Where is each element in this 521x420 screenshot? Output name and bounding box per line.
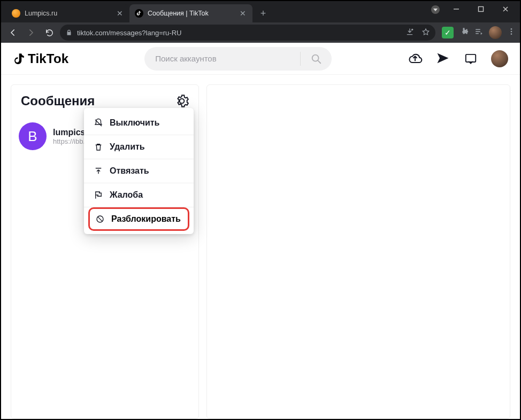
tab-title: Сообщения | TikTok: [148, 10, 234, 17]
close-window-button[interactable]: [493, 1, 518, 17]
maximize-button[interactable]: [469, 1, 493, 17]
window-controls: [444, 1, 518, 17]
svg-point-7: [511, 33, 512, 35]
bookmark-star-icon[interactable]: [422, 28, 430, 38]
address-bar[interactable]: tiktok.com/messages?lang=ru-RU: [60, 25, 435, 41]
new-tab-button[interactable]: +: [256, 6, 271, 21]
sidebar-title: Сообщения: [21, 94, 95, 108]
media-control-icon[interactable]: [474, 27, 484, 38]
menu-report[interactable]: Жалоба: [84, 183, 194, 207]
svg-point-4: [411, 28, 413, 30]
page-content: TikTok Сообщения: [1, 43, 520, 419]
menu-mute[interactable]: Выключить: [84, 111, 194, 135]
tab-title: Lumpics.ru: [25, 10, 111, 17]
forward-button[interactable]: [24, 25, 39, 40]
search-divider: [300, 52, 301, 66]
svg-point-8: [312, 55, 319, 61]
conversation-main-panel: [206, 84, 510, 419]
tiktok-logo[interactable]: TikTok: [13, 51, 68, 66]
account-indicator-icon[interactable]: [431, 5, 440, 14]
search-button[interactable]: [304, 47, 328, 71]
browser-menu-icon[interactable]: [507, 27, 516, 38]
svg-point-6: [511, 31, 512, 33]
menu-report-label: Жалоба: [110, 190, 143, 200]
browser-titlebar: Lumpics.ru ✕ Сообщения | TikTok ✕ +: [1, 1, 520, 22]
upload-icon[interactable]: [408, 51, 423, 66]
browser-tab-tiktok[interactable]: Сообщения | TikTok ✕: [129, 4, 252, 22]
messages-icon[interactable]: [435, 51, 450, 66]
lumpics-favicon: [12, 9, 20, 18]
svg-rect-10: [466, 54, 476, 61]
user-avatar[interactable]: [491, 50, 508, 67]
back-button[interactable]: [5, 25, 20, 40]
avatar-letter: В: [28, 128, 37, 145]
svg-point-5: [511, 28, 512, 30]
adblock-extension-icon[interactable]: ✓: [442, 27, 454, 38]
close-tab-icon[interactable]: ✕: [116, 9, 124, 18]
menu-unblock-label: Разблокировать: [111, 214, 181, 224]
menu-mute-label: Выключить: [110, 118, 159, 128]
browser-toolbar: tiktok.com/messages?lang=ru-RU ✓: [1, 22, 520, 43]
settings-gear-icon[interactable]: [175, 94, 189, 108]
conversation-context-menu: Выключить Удалить Отвязать Жалоба Разбло…: [84, 108, 194, 234]
inbox-icon[interactable]: [463, 51, 478, 66]
search-box[interactable]: [144, 47, 332, 71]
menu-unpin-label: Отвязать: [110, 166, 149, 176]
menu-unblock[interactable]: Разблокировать: [95, 214, 182, 224]
search-input[interactable]: [154, 53, 300, 64]
logo-text: TikTok: [28, 51, 68, 66]
lock-icon: [65, 29, 73, 36]
conversation-avatar: В: [19, 122, 47, 150]
tiktok-favicon: [135, 9, 143, 18]
tiktok-header: TikTok: [1, 43, 520, 75]
menu-unblock-highlight: Разблокировать: [88, 207, 189, 231]
omnibox-actions: [405, 28, 430, 38]
svg-line-9: [318, 60, 321, 63]
svg-rect-1: [479, 7, 484, 12]
menu-delete[interactable]: Удалить: [84, 135, 194, 159]
minimize-button[interactable]: [444, 1, 469, 17]
extensions-row: ✓: [439, 26, 516, 39]
url-text: tiktok.com/messages?lang=ru-RU: [77, 29, 401, 37]
menu-unpin[interactable]: Отвязать: [84, 159, 194, 183]
extensions-puzzle-icon[interactable]: [459, 27, 469, 38]
close-tab-icon[interactable]: ✕: [239, 9, 247, 18]
install-app-icon[interactable]: [405, 28, 414, 38]
reload-button[interactable]: [42, 25, 57, 40]
profile-avatar-icon[interactable]: [489, 26, 502, 39]
svg-line-13: [98, 217, 102, 221]
browser-tab-lumpics[interactable]: Lumpics.ru ✕: [6, 4, 129, 22]
header-actions: [408, 50, 508, 67]
menu-delete-label: Удалить: [110, 142, 145, 152]
